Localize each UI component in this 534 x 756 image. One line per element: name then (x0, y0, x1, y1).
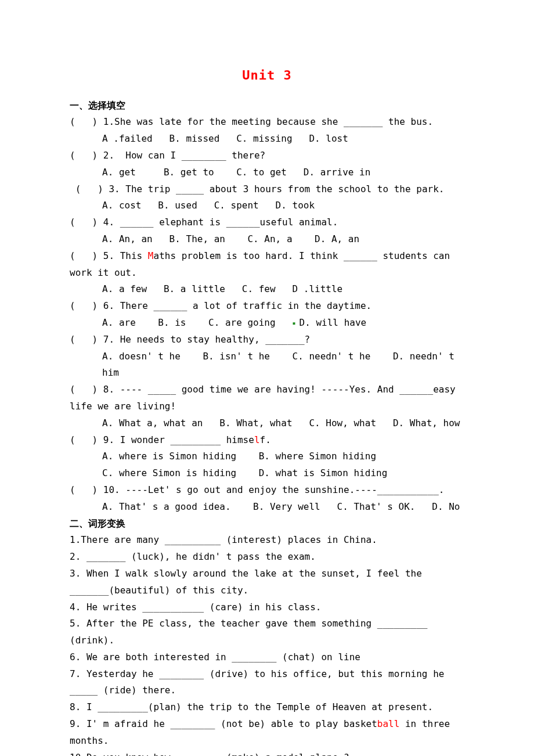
q5-red: M (148, 250, 154, 261)
s2-item4: 4. He writes ___________ (care) in his c… (70, 599, 464, 616)
s2-item1: 1.There are many __________ (interest) p… (70, 532, 464, 549)
q1-text: ( ) 1.She was late for the meeting becau… (70, 114, 464, 131)
q9-red: l (254, 434, 260, 445)
s2-item2: 2. _______ (luck), he didn' t pass the e… (70, 549, 464, 566)
q9-options-1: A. where is Simon hiding B. where Simon … (70, 448, 464, 465)
s2-item8: 8. I _________(plan) the trip to the Tem… (70, 699, 464, 716)
q3-options: A. cost B. used C. spent D. took (70, 197, 464, 214)
q8-options: A. What a, what an B. What, what C. How,… (70, 415, 464, 432)
s2-item10: 10.Do you know how ________ (make) a mod… (70, 750, 464, 756)
q6-options: A. are B. is C. are going ▪ D. will have (70, 315, 464, 332)
q5-options: A. a few B. a little C. few D .little (70, 281, 464, 298)
q7-options: A. doesn' t he B. isn' t he C. needn' t … (70, 348, 464, 382)
q9-post: f. (260, 434, 271, 445)
q9-options-2: C. where Simon is hiding D. what is Simo… (70, 465, 464, 482)
s2-item9: 9. I' m afraid he ________ (not be) able… (70, 716, 464, 750)
s2-item3: 3. When I walk slowly around the lake at… (70, 566, 464, 599)
q2-options: A. get B. get to C. to get D. arrive in (70, 164, 464, 181)
q5-pre: ( ) 5. This (70, 250, 148, 261)
q6-opts-pre: A. are B. is C. are going (102, 317, 293, 328)
section1-header: 一、选择填空 (70, 98, 464, 114)
q7-text: ( ) 7. He needs to stay healthy, _______… (70, 332, 464, 348)
q4-text: ( ) 4. ______ elephant is ______useful a… (70, 214, 464, 231)
q9-text: ( ) 9. I wonder _________ himself. (70, 432, 464, 449)
q3-text: ( ) 3. The trip _____ about 3 hours from… (70, 181, 464, 198)
q10-options: A. That' s a good idea. B. Very well C. … (70, 499, 464, 516)
q4-options: A. An, an B. The, an C. An, a D. A, an (70, 231, 464, 248)
q8-text: ( ) 8. ---- _____ good time we are havin… (70, 381, 464, 415)
s2-item9-red: ball (377, 718, 400, 729)
q9-pre: ( ) 9. I wonder _________ himse (70, 434, 254, 445)
green-mark-icon: ▪ (293, 319, 300, 326)
q10-text: ( ) 10. ----Let' s go out and enjoy the … (70, 482, 464, 499)
q1-options: A .failed B. missed C. missing D. lost (70, 131, 464, 147)
q6-text: ( ) 6. There ______ a lot of traffic in … (70, 298, 464, 315)
unit-title: Unit 3 (70, 64, 464, 87)
q2-text: ( ) 2. How can I ________ there? (70, 147, 464, 164)
s2-item6: 6. We are both interested in ________ (c… (70, 649, 464, 666)
q5-text: ( ) 5. This Maths problem is too hard. I… (70, 248, 464, 282)
q6-opts-post: D. will have (300, 317, 367, 328)
s2-item9-pre: 9. I' m afraid he ________ (not be) able… (70, 718, 377, 729)
s2-item7: 7. Yesterday he ________ (drive) to his … (70, 666, 464, 700)
document-page: Unit 3 一、选择填空 ( ) 1.She was late for the… (0, 0, 534, 756)
section2-header: 二、词形变换 (70, 516, 464, 532)
s2-item5: 5. After the PE class, the teacher gave … (70, 615, 464, 649)
